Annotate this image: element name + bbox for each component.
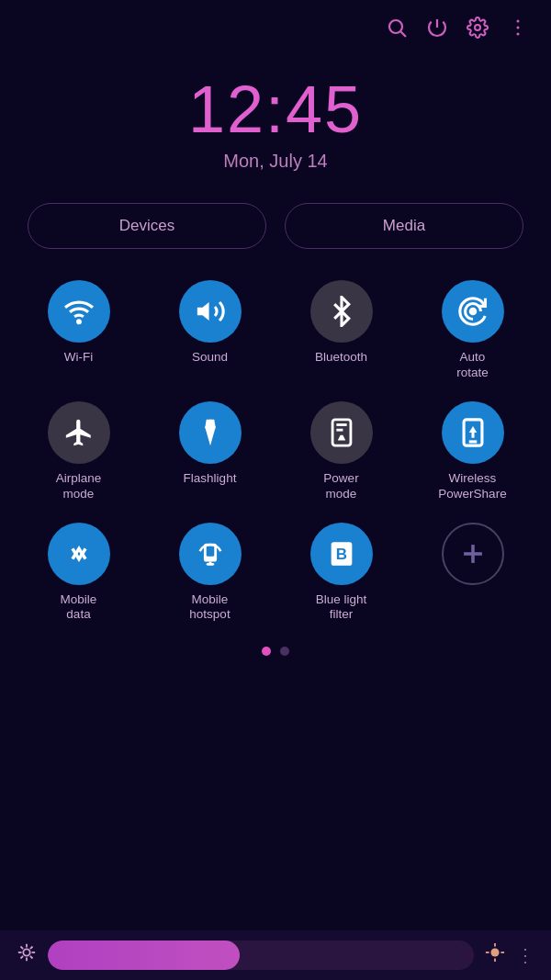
- brightness-more-icon[interactable]: ⋮: [516, 944, 534, 966]
- svg-line-31: [30, 947, 33, 950]
- tile-mobile-data[interactable]: Mobiledata: [15, 513, 142, 627]
- bluetooth-label: Bluetooth: [315, 350, 367, 366]
- wifi-icon: [48, 280, 110, 343]
- tile-auto-rotate[interactable]: Autorotate: [409, 271, 536, 385]
- svg-line-28: [21, 947, 24, 950]
- tiles-grid: Wi-Fi Sound Bluetooth: [0, 264, 551, 634]
- power-icon[interactable]: [426, 17, 448, 44]
- flashlight-label: Flashlight: [184, 471, 237, 487]
- svg-point-6: [77, 321, 80, 323]
- clock-section: 12:45 Mon, July 14: [0, 53, 551, 181]
- brightness-high-icon: [485, 942, 505, 968]
- tile-blue-light-filter[interactable]: B Blue lightfilter: [277, 513, 405, 627]
- svg-text:B: B: [335, 545, 346, 562]
- page-dot-1[interactable]: [262, 647, 271, 656]
- more-icon[interactable]: [507, 17, 529, 44]
- clock-time: 12:45: [0, 72, 551, 147]
- bluetooth-icon: [310, 280, 373, 343]
- page-dots: [0, 634, 551, 665]
- blue-light-filter-label: Blue lightfilter: [316, 592, 367, 624]
- power-mode-icon: [310, 401, 373, 464]
- tile-wifi[interactable]: Wi-Fi: [15, 271, 142, 385]
- clock-date: Mon, July 14: [0, 151, 551, 172]
- sound-label: Sound: [192, 350, 228, 366]
- page-dot-2[interactable]: [280, 647, 289, 656]
- svg-line-30: [21, 956, 24, 959]
- sound-icon: [179, 280, 242, 343]
- tile-airplane-mode[interactable]: Airplanemode: [15, 392, 142, 506]
- brightness-fill: [48, 941, 240, 970]
- tile-add[interactable]: [409, 513, 536, 627]
- add-icon: [442, 523, 504, 585]
- tile-mobile-hotspot[interactable]: Mobilehotspot: [146, 513, 274, 627]
- svg-point-4: [517, 27, 520, 29]
- svg-rect-18: [206, 546, 214, 556]
- tile-bluetooth[interactable]: Bluetooth: [277, 271, 405, 385]
- wifi-label: Wi-Fi: [64, 350, 93, 366]
- tile-flashlight[interactable]: Flashlight: [146, 392, 274, 506]
- svg-point-0: [389, 20, 402, 33]
- search-icon[interactable]: [386, 17, 408, 44]
- tab-devices[interactable]: Devices: [28, 203, 266, 249]
- svg-marker-7: [197, 302, 208, 321]
- auto-rotate-icon: [442, 280, 504, 343]
- flashlight-icon: [179, 401, 242, 464]
- brightness-bar[interactable]: ⋮: [0, 930, 551, 980]
- brightness-track[interactable]: [48, 941, 474, 970]
- airplane-mode-label: Airplanemode: [56, 471, 102, 502]
- svg-point-5: [517, 33, 520, 36]
- svg-point-8: [468, 308, 477, 316]
- svg-line-1: [401, 32, 407, 38]
- tile-sound[interactable]: Sound: [146, 271, 274, 385]
- tile-wireless-powershare[interactable]: WirelessPowerShare: [409, 392, 536, 506]
- mobile-data-icon: [48, 523, 110, 585]
- power-mode-label: Powermode: [323, 471, 358, 502]
- svg-point-3: [517, 20, 520, 23]
- svg-point-23: [23, 949, 29, 955]
- blue-light-icon: B: [310, 523, 373, 585]
- settings-icon[interactable]: [467, 17, 489, 44]
- svg-line-29: [30, 956, 33, 959]
- mobile-data-label: Mobiledata: [61, 592, 97, 624]
- hotspot-icon: [179, 523, 242, 585]
- tab-row: Devices Media: [0, 181, 551, 264]
- tab-media[interactable]: Media: [285, 203, 523, 249]
- svg-point-32: [490, 948, 499, 956]
- wireless-share-icon: [442, 401, 504, 464]
- airplane-icon: [48, 401, 110, 464]
- tile-power-mode[interactable]: Powermode: [277, 392, 405, 506]
- auto-rotate-label: Autorotate: [456, 350, 489, 381]
- wireless-powershare-label: WirelessPowerShare: [438, 471, 506, 502]
- svg-point-2: [475, 25, 480, 30]
- mobile-hotspot-label: Mobilehotspot: [189, 592, 230, 624]
- brightness-low-icon: [17, 942, 37, 968]
- top-bar: [0, 0, 551, 53]
